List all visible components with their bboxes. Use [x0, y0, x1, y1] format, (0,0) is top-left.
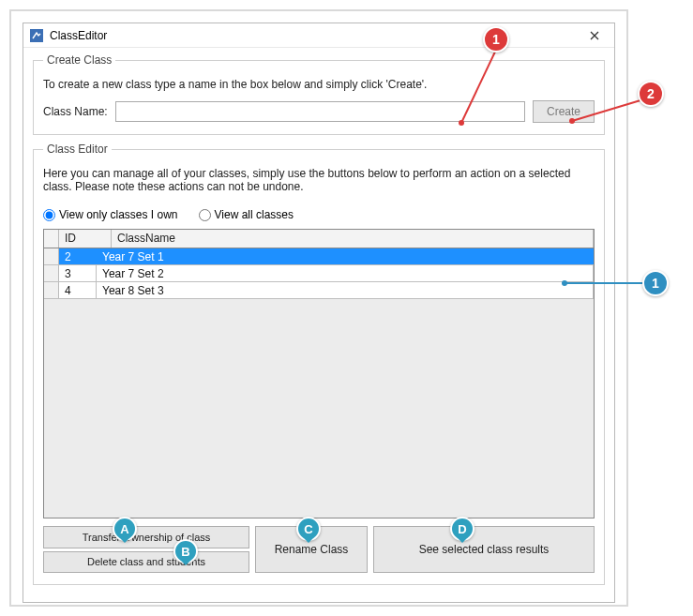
svg-rect-0: [30, 29, 43, 42]
row-header[interactable]: [44, 265, 59, 281]
outer-frame: ClassEditor Create Class To create a new…: [9, 9, 628, 607]
radio-own-label: View only classes I own: [59, 208, 178, 221]
radio-all-label: View all classes: [215, 208, 294, 221]
create-class-group: Create Class To create a new class type …: [33, 53, 605, 135]
row-header[interactable]: [44, 248, 59, 264]
radio-all[interactable]: View all classes: [199, 208, 294, 221]
create-class-instruction: To create a new class type a name in the…: [43, 78, 595, 91]
create-button[interactable]: Create: [533, 100, 595, 123]
delete-class-button[interactable]: Delete class and students: [43, 551, 249, 574]
radio-all-input[interactable]: [199, 209, 211, 221]
radio-own-input[interactable]: [43, 209, 55, 221]
cell-classname: Year 8 Set 3: [97, 282, 594, 298]
class-editor-legend: Class Editor: [43, 143, 112, 156]
class-name-label: Class Name:: [43, 105, 108, 118]
annotation-red-1: 1: [483, 26, 509, 53]
radio-own[interactable]: View only classes I own: [43, 208, 178, 221]
window: ClassEditor Create Class To create a new…: [23, 23, 615, 603]
close-icon: [590, 31, 599, 40]
annotation-pin-b: B: [173, 539, 198, 563]
annotation-pin-d: D: [450, 517, 475, 541]
cell-classname: Year 7 Set 1: [97, 248, 594, 264]
col-id[interactable]: ID: [59, 230, 112, 248]
see-results-button[interactable]: See selected class results: [373, 526, 595, 573]
annotation-pin-a: A: [113, 517, 137, 541]
transfer-ownership-button[interactable]: Transfer Ownership of class: [43, 526, 249, 548]
annotation-pin-c: C: [296, 517, 321, 541]
grid-header: ID ClassName: [44, 230, 594, 248]
class-name-input[interactable]: [115, 101, 525, 122]
cell-classname: Year 7 Set 2: [97, 265, 594, 281]
col-classname[interactable]: ClassName: [112, 230, 594, 248]
create-class-legend: Create Class: [43, 53, 115, 67]
annotation-red-2: 2: [638, 81, 664, 107]
table-row[interactable]: 4Year 8 Set 3: [44, 282, 594, 299]
cell-id: 2: [59, 248, 97, 264]
table-row[interactable]: 2Year 7 Set 1: [44, 248, 594, 265]
class-editor-instruction: Here you can manage all of your classes,…: [43, 167, 595, 193]
title-bar: ClassEditor: [23, 23, 614, 48]
cell-id: 3: [59, 265, 97, 281]
class-grid[interactable]: ID ClassName 2Year 7 Set 13Year 7 Set 24…: [43, 229, 595, 518]
window-title: ClassEditor: [50, 29, 107, 42]
cell-id: 4: [59, 282, 97, 298]
row-header[interactable]: [44, 282, 59, 298]
app-icon: [29, 28, 44, 43]
close-button[interactable]: [580, 26, 609, 45]
table-row[interactable]: 3Year 7 Set 2: [44, 265, 594, 282]
annotation-blue-1: 1: [642, 270, 669, 296]
